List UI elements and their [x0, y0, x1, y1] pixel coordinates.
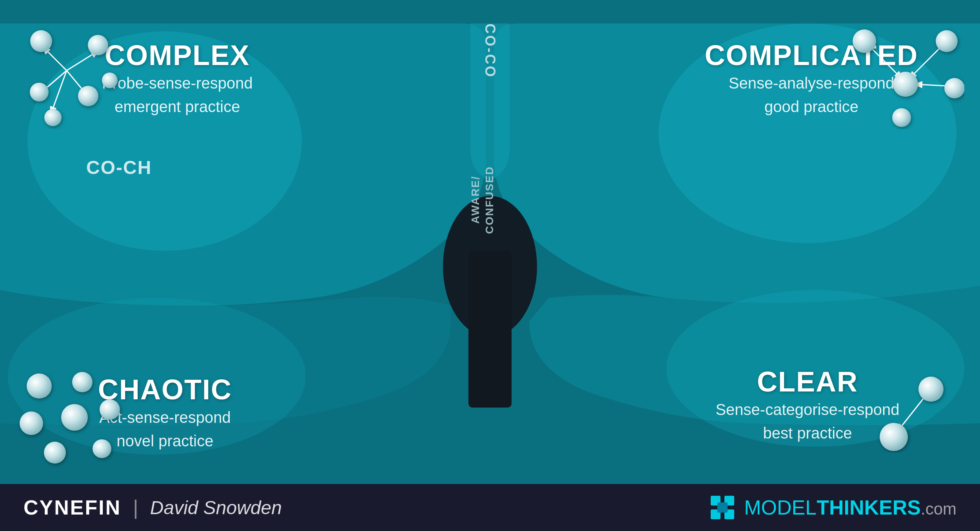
svg-rect-1: [468, 251, 512, 408]
clear-nodes: [855, 374, 956, 453]
co-co-label: CO-CO: [482, 24, 498, 78]
complex-nodes: [20, 20, 129, 129]
co-ch-label: CO-CH: [86, 157, 152, 178]
footer-left: CYNEFIN | David Snowden: [24, 496, 282, 519]
svg-point-12: [88, 35, 108, 55]
aware-confused-label: AWARE/CONFUSED: [468, 145, 512, 255]
footer-author: David Snowden: [150, 497, 282, 518]
svg-point-28: [61, 404, 88, 431]
svg-point-23: [944, 78, 964, 98]
svg-point-16: [102, 72, 118, 88]
svg-point-33: [918, 377, 944, 402]
svg-point-22: [893, 72, 918, 97]
modelthinkers-logo-icon: [709, 494, 736, 521]
footer-brand-text: MODELTHINKERS.com: [744, 496, 956, 519]
svg-point-26: [72, 372, 93, 392]
svg-point-14: [78, 86, 98, 106]
cynefin-diagram: COMPLEX Probe-sense-respond emergent pra…: [0, 0, 980, 531]
footer-domain: .com: [921, 500, 956, 518]
footer-divider: |: [133, 496, 138, 519]
svg-point-13: [30, 83, 49, 101]
footer-cynefin: CYNEFIN: [24, 496, 121, 519]
svg-line-32: [898, 394, 927, 431]
footer-right: MODELTHINKERS.com: [709, 494, 956, 521]
svg-point-31: [93, 439, 111, 458]
svg-point-21: [936, 30, 958, 52]
footer: CYNEFIN | David Snowden MODELTHINKERS.co…: [0, 484, 980, 531]
svg-point-30: [44, 442, 66, 464]
svg-point-27: [20, 411, 43, 435]
chaotic-nodes: [16, 366, 125, 468]
svg-point-24: [892, 108, 911, 127]
complicated-nodes: [847, 27, 964, 129]
svg-point-15: [44, 109, 62, 126]
footer-brand-light: MODEL: [744, 496, 817, 519]
svg-rect-39: [717, 502, 728, 513]
footer-brand-bold: THINKERS: [817, 496, 921, 519]
svg-point-29: [100, 399, 120, 420]
svg-point-11: [30, 30, 52, 52]
svg-point-25: [27, 373, 52, 399]
svg-point-34: [880, 423, 908, 451]
svg-point-20: [853, 29, 876, 53]
